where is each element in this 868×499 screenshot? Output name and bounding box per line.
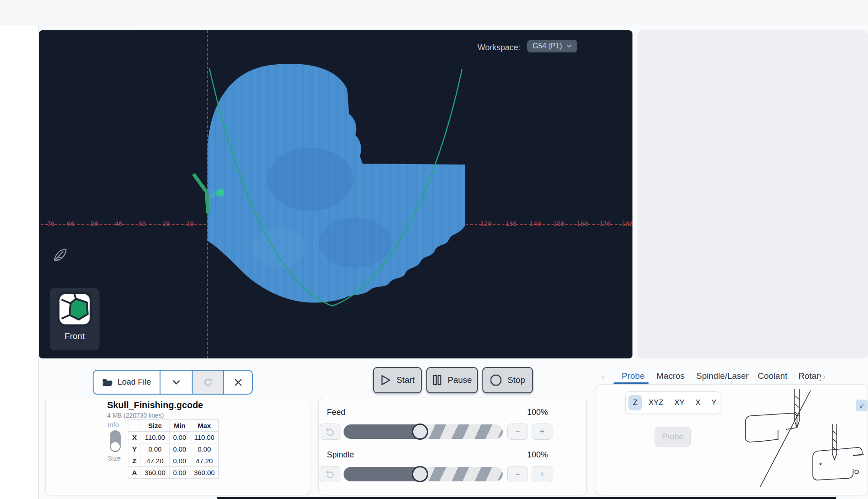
start-label: Start xyxy=(396,375,415,385)
close-icon xyxy=(234,378,242,386)
play-icon xyxy=(380,374,391,386)
file-dimensions-table: Size Min Max X 110.00 0.00 110.00 Y 0.00… xyxy=(128,419,219,479)
toggle-knob xyxy=(111,442,120,451)
undo-icon xyxy=(326,428,334,436)
spindle-slider-fill xyxy=(344,467,420,481)
workspace-label: Workspace: xyxy=(477,43,520,52)
axis-cell: Y xyxy=(128,443,141,455)
workspace-dropdown[interactable]: G54 (P1) xyxy=(527,40,577,52)
feed-override-label: Feed xyxy=(327,408,345,417)
load-file-button-group: Load File xyxy=(93,370,253,395)
size-header: Size xyxy=(141,420,169,432)
file-toggle-info-label: Info xyxy=(108,421,119,428)
max-cell: 0.00 xyxy=(190,443,218,455)
max-header: Max xyxy=(190,420,218,432)
stop-label: Stop xyxy=(507,375,525,385)
file-info-size-toggle[interactable] xyxy=(110,430,121,452)
axis-cell: X xyxy=(128,432,141,443)
axis-cell: Z xyxy=(128,455,141,467)
gcode-3d-viewport[interactable]: -70 -60 -50 -40 -30 -20 -10 120 130 140 … xyxy=(39,30,632,358)
table-row: Y 0.00 0.00 0.00 xyxy=(128,443,219,455)
max-cell: 360.00 xyxy=(190,467,218,479)
probe-axis-y[interactable]: Y xyxy=(707,395,721,410)
loaded-file-meta: 4 MB (220730 lines) xyxy=(107,412,164,419)
feed-slider-fill xyxy=(344,424,420,439)
tab-spindle-laser[interactable]: Spindle/Laser xyxy=(696,371,749,381)
chevron-down-icon xyxy=(566,44,572,48)
start-job-button[interactable]: Start xyxy=(373,367,422,393)
size-cell: 110.00 xyxy=(141,432,169,443)
max-cell: 110.00 xyxy=(190,432,218,443)
min-header: Min xyxy=(169,420,190,432)
origin-coordinate-label: 240 xyxy=(211,190,223,198)
view-cube-icon xyxy=(56,291,93,329)
tabs-scroll-left-button[interactable]: ‹ xyxy=(602,372,604,381)
probe-start-button[interactable]: Probe xyxy=(655,427,691,447)
stop-octagon-icon xyxy=(490,374,502,386)
probe-diagram xyxy=(743,388,865,491)
tab-probe[interactable]: Probe xyxy=(622,371,645,381)
chevron-down-icon xyxy=(172,380,180,385)
reload-icon xyxy=(203,378,212,387)
probe-axis-xyz[interactable]: XYZ xyxy=(644,395,668,410)
spindle-reset-button[interactable] xyxy=(320,466,340,482)
pause-job-button[interactable]: Pause xyxy=(426,367,478,393)
view-cube-face-label: Front xyxy=(50,331,99,341)
tab-rotary[interactable]: Rotary xyxy=(798,371,821,381)
table-row: X 110.00 0.00 110.00 xyxy=(128,432,219,443)
spindle-minus-button[interactable]: − xyxy=(507,466,528,482)
probe-axis-x[interactable]: X xyxy=(691,395,705,410)
undo-icon xyxy=(326,470,334,478)
min-cell: 0.00 xyxy=(169,432,190,443)
lightweight-mode-button[interactable] xyxy=(52,247,68,266)
size-cell: 0.00 xyxy=(141,443,169,455)
pause-label: Pause xyxy=(448,375,472,385)
reload-file-button[interactable] xyxy=(192,371,223,394)
table-row: A 360.00 0.00 360.00 xyxy=(128,467,219,479)
view-cube[interactable]: Front xyxy=(50,288,99,350)
axis-cell: A xyxy=(128,467,141,479)
probe-axis-selector: Z XYZ XY X Y xyxy=(625,391,721,414)
tabs-scroll-right-button[interactable]: › xyxy=(823,372,826,381)
size-cell: 47.20 xyxy=(141,455,169,467)
window-edge xyxy=(217,497,836,499)
skull-model-render: 240 xyxy=(39,30,632,358)
tab-macros[interactable]: Macros xyxy=(656,371,684,381)
spindle-plus-button[interactable]: + xyxy=(532,466,552,482)
load-file-dropdown-button[interactable] xyxy=(160,371,192,394)
load-file-button[interactable]: Load File xyxy=(94,371,160,394)
max-cell: 47.20 xyxy=(190,455,218,467)
workspace-value: G54 (P1) xyxy=(533,42,562,50)
feather-icon xyxy=(52,247,68,264)
size-cell: 360.00 xyxy=(141,467,169,479)
spindle-override-value: 100% xyxy=(515,450,548,460)
active-tab-underline xyxy=(613,382,649,384)
feed-minus-button[interactable]: − xyxy=(507,424,528,440)
loaded-file-name: Skull_Finishing.gcode xyxy=(107,400,203,410)
min-cell: 0.00 xyxy=(169,467,190,479)
spindle-override-label: Spindle xyxy=(327,450,354,460)
feed-reset-button[interactable] xyxy=(320,424,340,440)
close-file-button[interactable] xyxy=(223,371,252,394)
axis-header xyxy=(128,420,141,432)
probe-button-label: Probe xyxy=(662,432,684,442)
pause-icon xyxy=(432,374,442,386)
dro-panel xyxy=(637,30,868,358)
left-sidebar xyxy=(0,25,39,499)
feed-slider-thumb[interactable] xyxy=(412,424,428,440)
folder-open-icon xyxy=(102,378,113,387)
probe-axis-z[interactable]: Z xyxy=(628,395,642,410)
load-file-label: Load File xyxy=(118,377,151,387)
spindle-slider-thumb[interactable] xyxy=(412,466,428,482)
feed-override-value: 100% xyxy=(515,408,548,417)
stop-job-button[interactable]: Stop xyxy=(482,367,533,393)
min-cell: 0.00 xyxy=(169,443,190,455)
file-toggle-size-label: Size xyxy=(108,454,121,462)
tab-coolant[interactable]: Coolant xyxy=(758,371,788,381)
table-header-row: Size Min Max xyxy=(128,420,219,432)
probe-axis-xy[interactable]: XY xyxy=(670,395,689,410)
feed-plus-button[interactable]: + xyxy=(532,424,552,440)
app-window: Connect to CNC Disconnected xyxy=(0,0,868,499)
top-bar xyxy=(0,0,868,25)
table-row: Z 47.20 0.00 47.20 xyxy=(128,455,219,467)
